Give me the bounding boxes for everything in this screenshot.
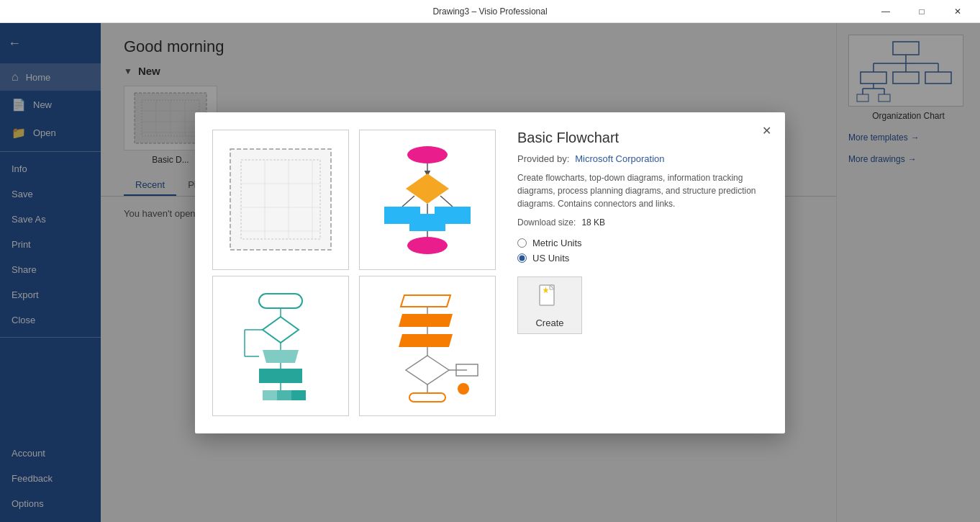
titlebar-title: Drawing3 – Visio Professional <box>432 6 547 17</box>
modal-body: Basic Flowchart Provided by: Microsoft C… <box>212 130 768 416</box>
svg-rect-42 <box>259 294 302 308</box>
svg-rect-48 <box>259 369 302 383</box>
unit-options: Metric Units US Units <box>517 238 768 264</box>
svg-marker-58 <box>399 314 453 327</box>
svg-rect-23 <box>230 149 331 250</box>
svg-marker-56 <box>401 295 450 307</box>
svg-marker-46 <box>263 350 299 363</box>
modal-close-button[interactable]: ✕ <box>756 121 776 141</box>
svg-point-31 <box>407 146 448 163</box>
thumb-orange-flowchart[interactable] <box>359 276 496 416</box>
modal-description: Create flowcharts, top-down diagrams, in… <box>517 171 768 210</box>
svg-rect-39 <box>409 214 445 231</box>
modal-title: Basic Flowchart <box>517 130 768 146</box>
thumb-basic-canvas[interactable] <box>212 130 349 270</box>
modal-download-size: 18 KB <box>581 217 605 228</box>
modal-overlay: ✕ <box>0 23 980 522</box>
modal-detail-panel: Basic Flowchart Provided by: Microsoft C… <box>517 130 768 416</box>
svg-rect-66 <box>409 393 445 402</box>
svg-point-41 <box>407 237 448 254</box>
flowchart-modal: ✕ <box>195 112 785 433</box>
close-window-button[interactable]: ✕ <box>941 0 974 23</box>
modal-provider: Provided by: Microsoft Corporation <box>517 153 768 164</box>
metric-units-option[interactable]: Metric Units <box>517 238 768 248</box>
modal-provider-name: Microsoft Corporation <box>575 153 664 164</box>
svg-rect-51 <box>277 390 291 400</box>
svg-marker-44 <box>263 317 299 343</box>
svg-rect-52 <box>291 390 306 400</box>
thumbnail-grid <box>212 130 500 416</box>
svg-marker-60 <box>399 334 453 347</box>
us-units-radio[interactable] <box>517 253 527 263</box>
minimize-button[interactable]: — <box>869 0 902 23</box>
create-label: Create <box>535 318 563 328</box>
svg-line-35 <box>440 196 453 207</box>
create-icon <box>538 282 561 313</box>
svg-marker-33 <box>406 174 449 204</box>
maximize-button[interactable]: □ <box>905 0 938 23</box>
thumb-colorful-flowchart[interactable] <box>359 130 496 270</box>
modal-download: Download size: 18 KB <box>517 217 768 228</box>
svg-point-67 <box>458 383 469 395</box>
svg-line-34 <box>402 196 414 207</box>
svg-rect-68 <box>540 285 554 305</box>
create-button[interactable]: Create <box>517 276 582 334</box>
svg-rect-50 <box>263 390 277 400</box>
titlebar-controls: — □ ✕ <box>869 0 974 23</box>
thumb-teal-flowchart[interactable] <box>212 276 349 416</box>
metric-units-radio[interactable] <box>517 238 527 248</box>
us-units-option[interactable]: US Units <box>517 253 768 264</box>
titlebar: Drawing3 – Visio Professional — □ ✕ <box>0 0 980 23</box>
svg-marker-62 <box>406 356 449 384</box>
